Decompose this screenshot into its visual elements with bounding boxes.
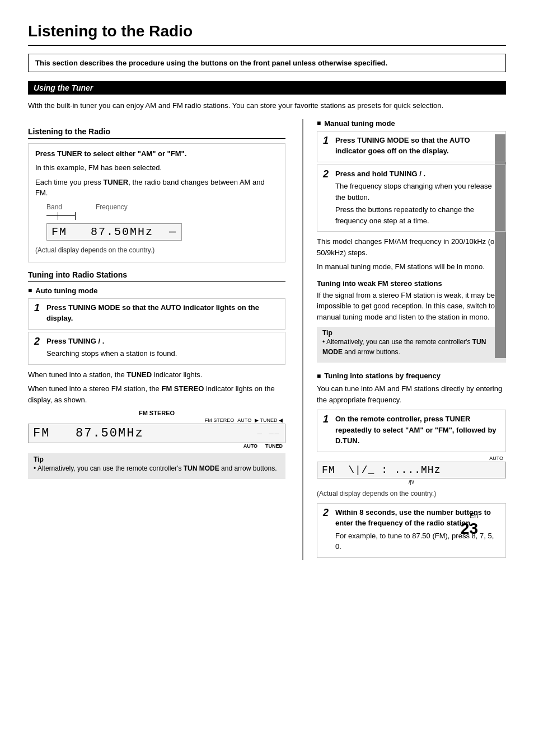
page-lang: En [461,512,478,520]
tuning-stations-title: Tuning into Radio Stations [28,270,285,282]
tuned-label: TUNED [265,443,283,449]
manual-note1: This model changes FM/AM frequency in 20… [317,236,506,258]
freq-display: FM \|/_ : ....MHz [317,462,506,478]
band-freq-diagram: Band Frequency FM 87.50MHz — [46,203,278,243]
title-rule [28,45,506,46]
auto-step2-body: Searching stops when a station is found. [46,348,279,359]
weak-fm-body: If the signal from a stereo FM station i… [317,290,506,323]
tuner-select-box: Press TUNER to select either "AM" or "FM… [28,143,285,262]
freq-step1-bold: On the remote controller, press TUNER re… [335,414,500,447]
freq-display-area: AUTO FM \|/_ : ....MHz /|\\ [317,456,506,485]
auto-tip-text: • Alternatively, you can use the remote … [34,463,280,473]
intro-box: This section describes the procedure usi… [28,54,506,72]
fm-stereo-display-area: FM STEREO FM STEREO AUTO ▶ TUNED ◀ FM 87… [28,410,285,449]
manual-note2: In manual tuning mode, FM stations will … [317,261,506,273]
page-num-value: 23 [461,520,478,538]
auto-step1-text: Press TUNING MODE so that the AUTO indic… [46,302,279,324]
manual-step2: 2 Press and hold TUNING / . The frequenc… [317,165,506,232]
auto-step2: 2 Press TUNING / . Searching stops when … [28,332,285,365]
auto-tip-label: Tip [34,456,44,463]
freq-display-sublabel: /|\\ [317,480,506,485]
manual-step1-text: Press TUNING MODE so that the AUTO indic… [335,135,500,157]
indicator-fm-stereo: FM STEREO [205,417,235,423]
manual-mode-header: Manual tuning mode [317,119,506,128]
manual-step2-line1: The frequency stops changing when you re… [335,181,500,203]
freq-display-indicator: AUTO [317,456,506,461]
manual-tip-label: Tip [322,329,332,337]
intro-text: This section describes the procedure usi… [35,59,387,67]
by-freq-header: Tuning into stations by frequency [317,372,506,380]
manual-tip-text: • Alternatively, you can use the remote … [322,337,500,357]
display-note: (Actual display depends on the country.) [35,245,278,255]
indicator-auto: AUTO [237,417,251,423]
manual-step1: 1 Press TUNING MODE so that the AUTO ind… [317,131,506,162]
display-indicators: FM STEREO AUTO ▶ TUNED ◀ [28,417,285,423]
auto-label: AUTO [243,443,257,449]
step-tuner-bold: Press TUNER to select either "AM" or "FM… [35,148,278,159]
fm-stereo-label: FM STEREO [28,410,285,416]
left-column: Listening to the Radio Press TUNER to se… [28,119,285,560]
band-label: Band [46,203,62,211]
display-band-freq: FM 87.50MHz — [46,223,182,241]
weak-fm-title: Tuning into weak FM stereo stations [317,279,506,288]
freq-step1: 1 On the remote controller, press TUNER … [317,410,506,452]
tuned-note1: When tuned into a station, the TUNED ind… [28,369,285,381]
fm-stereo-display: FM 87.50MHz — —— [28,424,285,443]
tuned-note2: When tuned into a stereo FM station, the… [28,383,285,405]
auto-step2-bold: Press TUNING / . [46,336,279,347]
using-tuner-body: With the built-in tuner you can enjoy AM… [28,100,506,111]
indicator-tuned: ▶ TUNED ◀ [255,417,283,423]
right-column: Manual tuning mode 1 Press TUNING MODE s… [302,119,506,560]
manual-step2-bold: Press and hold TUNING / . [335,168,500,180]
freq-label: Frequency [96,203,128,211]
auto-mode-header: Auto tuning mode [28,287,285,295]
manual-step2-line2: Press the buttons repeatedly to change t… [335,204,500,226]
page-title: Listening to the Radio [28,22,506,40]
step-tuner-line2: Each time you press TUNER, the radio ban… [35,177,278,199]
using-tuner-header: Using the Tuner [28,81,506,95]
step-tuner-line1: In this example, FM has been selected. [35,162,278,173]
freq-display-note: (Actual display depends on the country.) [317,489,506,499]
by-freq-body: You can tune into AM and FM stations dir… [317,383,506,405]
listening-radio-title: Listening to the Radio [28,127,285,139]
page-number: En 23 [461,512,478,538]
auto-step1: 1 Press TUNING MODE so that the AUTO ind… [28,298,285,330]
auto-tip-box: Tip • Alternatively, you can use the rem… [28,453,285,479]
main-content: Listening to the Radio Press TUNER to se… [28,119,506,560]
manual-tip-box: Tip • Alternatively, you can use the rem… [317,327,506,363]
auto-tuned-labels: AUTO TUNED [28,443,285,449]
